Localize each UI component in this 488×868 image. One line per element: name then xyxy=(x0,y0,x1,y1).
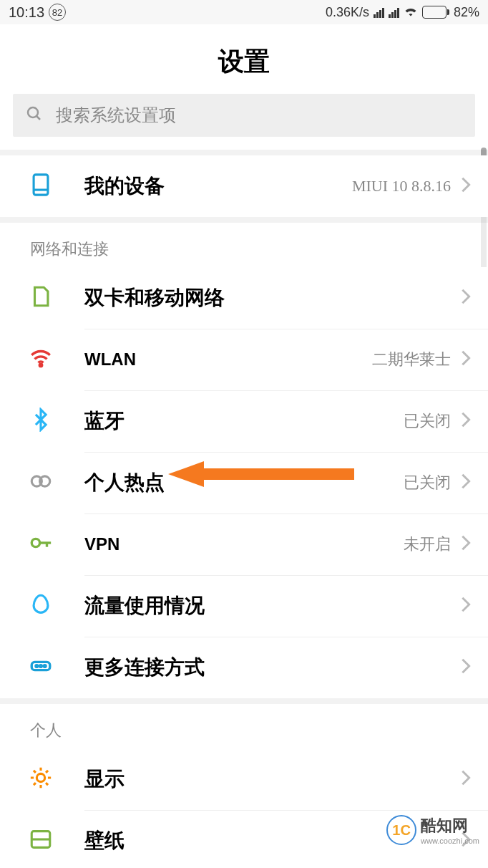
svg-point-0 xyxy=(28,107,38,117)
row-data-usage[interactable]: 流量使用情况 xyxy=(0,575,488,637)
svg-rect-2 xyxy=(34,175,48,195)
status-right: 0.36K/s 82% xyxy=(326,5,479,20)
page-title: 设置 xyxy=(0,44,488,79)
bluetooth-icon xyxy=(29,408,53,435)
search-icon xyxy=(26,105,43,125)
more-icon xyxy=(29,654,53,681)
row-label: 显示 xyxy=(84,766,461,793)
row-bluetooth[interactable]: 蓝牙 已关闭 xyxy=(0,390,488,452)
section-header-network: 网络和连接 xyxy=(0,223,488,267)
header: 设置 xyxy=(0,24,488,94)
row-value: 已关闭 xyxy=(404,410,451,432)
row-hotspot[interactable]: 个人热点 已关闭 xyxy=(0,452,488,513)
row-more-connections[interactable]: 更多连接方式 xyxy=(0,637,488,698)
row-value: 已关闭 xyxy=(404,472,451,493)
battery-pct: 82% xyxy=(454,5,479,20)
chevron-right-icon xyxy=(461,411,471,431)
svg-point-11 xyxy=(36,665,38,667)
row-label: 双卡和移动网络 xyxy=(84,284,451,312)
data-usage-icon xyxy=(29,592,53,619)
search-input[interactable] xyxy=(56,106,462,125)
status-bar: 10:13 82 0.36K/s 82% xyxy=(0,0,488,24)
row-label: 我的设备 xyxy=(84,173,352,200)
svg-point-13 xyxy=(44,665,46,667)
row-display[interactable]: 显示 xyxy=(0,748,488,810)
svg-point-4 xyxy=(39,364,42,366)
search-wrap xyxy=(0,94,488,150)
wifi-icon xyxy=(29,346,53,373)
status-time: 10:13 xyxy=(9,4,44,21)
svg-point-12 xyxy=(40,665,42,667)
status-badge: 82 xyxy=(49,4,66,21)
row-label: 流量使用情况 xyxy=(84,592,451,619)
display-icon xyxy=(29,766,53,793)
chevron-right-icon xyxy=(461,349,471,370)
sim-icon xyxy=(29,284,53,312)
row-label: VPN xyxy=(84,534,404,554)
row-label: 个人热点 xyxy=(84,469,404,496)
chevron-right-icon xyxy=(461,769,471,789)
device-icon xyxy=(29,173,53,200)
wifi-icon xyxy=(404,5,418,20)
row-vpn[interactable]: VPN 未开启 xyxy=(0,513,488,575)
status-net-speed: 0.36K/s xyxy=(326,5,369,20)
row-my-device[interactable]: 我的设备 MIUI 10 8.8.16 xyxy=(0,155,488,217)
search-box[interactable] xyxy=(13,94,475,137)
chevron-right-icon xyxy=(461,176,471,196)
hotspot-icon xyxy=(29,469,53,496)
watermark-url: www.coozhi.com xyxy=(421,836,479,845)
chevron-right-icon xyxy=(461,657,471,677)
chevron-right-icon xyxy=(461,596,471,616)
svg-point-14 xyxy=(36,773,44,781)
row-value: 二期华莱士 xyxy=(372,349,451,370)
signal-sim2-icon xyxy=(389,6,399,18)
settings-list: 我的设备 MIUI 10 8.8.16 网络和连接 双卡和移动网络 WLAN 二… xyxy=(0,150,488,868)
chevron-right-icon xyxy=(461,288,471,308)
section-header-personal: 个人 xyxy=(0,704,488,748)
svg-point-7 xyxy=(31,539,39,546)
battery-icon xyxy=(422,6,449,19)
status-left: 10:13 82 xyxy=(9,4,66,21)
vpn-key-icon xyxy=(29,531,53,558)
row-label: 蓝牙 xyxy=(84,408,404,435)
watermark-logo: 1C xyxy=(386,815,416,845)
row-value: 未开启 xyxy=(404,534,451,555)
row-sim-mobile[interactable]: 双卡和移动网络 xyxy=(0,267,488,329)
row-value: MIUI 10 8.8.16 xyxy=(352,177,451,196)
signal-sim1-icon xyxy=(374,6,384,18)
chevron-right-icon xyxy=(461,534,471,554)
watermark-text: 酷知网 xyxy=(421,815,479,836)
watermark: 1C 酷知网 www.coozhi.com xyxy=(386,815,479,845)
row-label: WLAN xyxy=(84,349,372,370)
row-label: 更多连接方式 xyxy=(84,654,451,681)
row-wlan[interactable]: WLAN 二期华莱士 xyxy=(0,329,488,390)
wallpaper-icon xyxy=(29,827,53,854)
svg-line-1 xyxy=(36,116,40,120)
chevron-right-icon xyxy=(461,473,471,493)
